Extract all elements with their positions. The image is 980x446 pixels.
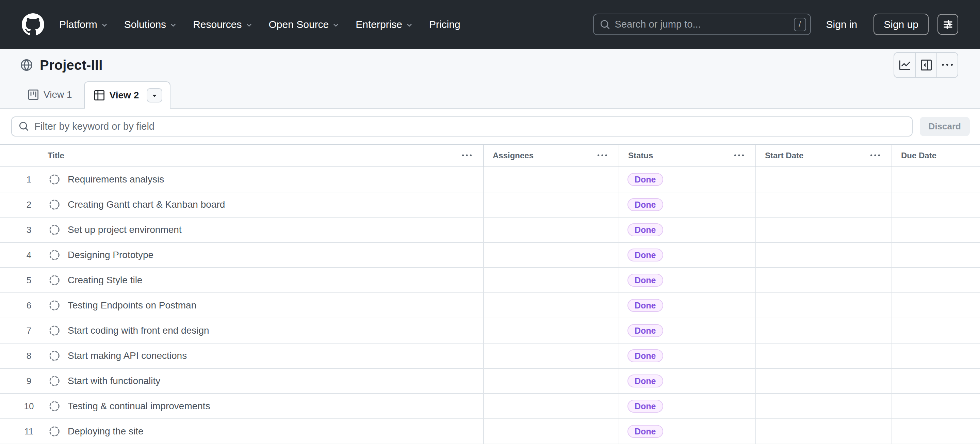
cell-due-date[interactable] xyxy=(892,218,980,242)
cell-assignees[interactable] xyxy=(484,344,619,368)
status-badge[interactable]: Done xyxy=(627,324,663,337)
discard-button[interactable]: Discard xyxy=(920,117,970,136)
cell-assignees[interactable] xyxy=(484,167,619,192)
insights-button[interactable] xyxy=(894,53,915,77)
cell-due-date[interactable] xyxy=(892,419,980,444)
cell-status[interactable]: Done xyxy=(619,419,756,444)
filter-input-wrapper[interactable] xyxy=(11,116,913,137)
status-badge[interactable]: Done xyxy=(627,248,663,261)
status-badge[interactable]: Done xyxy=(627,223,663,236)
cell-title[interactable]: 7 Start coding with front end design xyxy=(0,319,484,343)
cell-due-date[interactable] xyxy=(892,293,980,318)
column-header-title[interactable]: Title xyxy=(0,145,484,166)
nav-item-enterprise[interactable]: Enterprise xyxy=(356,19,413,30)
cell-status[interactable]: Done xyxy=(619,192,756,217)
status-badge[interactable]: Done xyxy=(627,198,663,211)
status-badge[interactable]: Done xyxy=(627,274,663,287)
cell-start-date[interactable] xyxy=(756,293,892,318)
item-title[interactable]: Start with functionality xyxy=(68,376,160,386)
nav-item-resources[interactable]: Resources xyxy=(193,19,253,30)
item-title[interactable]: Start coding with front end design xyxy=(68,325,209,336)
cell-assignees[interactable] xyxy=(484,268,619,293)
column-menu-icon[interactable] xyxy=(870,151,880,160)
item-title[interactable]: Testing Endpoints on Postman xyxy=(68,300,196,311)
github-logo-icon[interactable] xyxy=(22,13,44,36)
cell-title[interactable]: 5 Creating Style tile xyxy=(0,268,484,293)
tab-view-1[interactable]: View 1 xyxy=(19,81,81,108)
open-side-panel-button[interactable] xyxy=(915,53,937,77)
cell-start-date[interactable] xyxy=(756,243,892,267)
cell-start-date[interactable] xyxy=(756,192,892,217)
cell-start-date[interactable] xyxy=(756,319,892,343)
cell-due-date[interactable] xyxy=(892,167,980,192)
cell-assignees[interactable] xyxy=(484,394,619,419)
cell-start-date[interactable] xyxy=(756,394,892,419)
cell-assignees[interactable] xyxy=(484,293,619,318)
nav-item-platform[interactable]: Platform xyxy=(59,19,108,30)
nav-item-pricing[interactable]: Pricing xyxy=(429,19,460,30)
cell-assignees[interactable] xyxy=(484,192,619,217)
column-header-status[interactable]: Status xyxy=(619,145,756,166)
cell-assignees[interactable] xyxy=(484,218,619,242)
cell-title[interactable]: 11 Deploying the site xyxy=(0,419,484,444)
cell-status[interactable]: Done xyxy=(619,293,756,318)
status-badge[interactable]: Done xyxy=(627,173,663,186)
global-search-input[interactable]: Search or jump to... / xyxy=(593,14,811,35)
column-menu-icon[interactable] xyxy=(462,151,472,160)
nav-item-solutions[interactable]: Solutions xyxy=(124,19,177,30)
cell-assignees[interactable] xyxy=(484,243,619,267)
cell-status[interactable]: Done xyxy=(619,344,756,368)
appearance-settings-button[interactable] xyxy=(937,14,958,35)
cell-title[interactable]: 4 Designing Prototype xyxy=(0,243,484,267)
nav-item-open-source[interactable]: Open Source xyxy=(269,19,340,30)
cell-title[interactable]: 1 Requirements analysis xyxy=(0,167,484,192)
column-header-due-date[interactable]: Due Date xyxy=(892,145,980,166)
status-badge[interactable]: Done xyxy=(627,299,663,312)
status-badge[interactable]: Done xyxy=(627,374,663,387)
cell-title[interactable]: 10 Testing & continual improvements xyxy=(0,394,484,419)
view-options-button[interactable] xyxy=(147,88,162,102)
cell-assignees[interactable] xyxy=(484,319,619,343)
column-menu-icon[interactable] xyxy=(734,151,744,160)
cell-status[interactable]: Done xyxy=(619,394,756,419)
cell-title[interactable]: 9 Start with functionality xyxy=(0,369,484,393)
cell-due-date[interactable] xyxy=(892,394,980,419)
filter-input[interactable] xyxy=(34,121,905,132)
project-menu-button[interactable] xyxy=(937,53,958,77)
cell-status[interactable]: Done xyxy=(619,268,756,293)
item-title[interactable]: Designing Prototype xyxy=(68,250,153,260)
cell-status[interactable]: Done xyxy=(619,218,756,242)
cell-title[interactable]: 3 Set up project environment xyxy=(0,218,484,242)
item-title[interactable]: Creating Gantt chart & Kanban board xyxy=(68,199,225,210)
cell-start-date[interactable] xyxy=(756,419,892,444)
item-title[interactable]: Deploying the site xyxy=(68,426,143,437)
cell-status[interactable]: Done xyxy=(619,167,756,192)
sign-up-button[interactable]: Sign up xyxy=(873,14,929,35)
column-menu-icon[interactable] xyxy=(598,151,607,160)
status-badge[interactable]: Done xyxy=(627,349,663,362)
cell-status[interactable]: Done xyxy=(619,243,756,267)
item-title[interactable]: Set up project environment xyxy=(68,225,182,235)
sign-in-link[interactable]: Sign in xyxy=(826,19,858,30)
status-badge[interactable]: Done xyxy=(627,400,663,413)
cell-due-date[interactable] xyxy=(892,319,980,343)
cell-start-date[interactable] xyxy=(756,369,892,393)
item-title[interactable]: Requirements analysis xyxy=(68,174,164,185)
cell-due-date[interactable] xyxy=(892,268,980,293)
cell-start-date[interactable] xyxy=(756,344,892,368)
cell-status[interactable]: Done xyxy=(619,319,756,343)
status-badge[interactable]: Done xyxy=(627,425,663,438)
item-title[interactable]: Creating Style tile xyxy=(68,275,142,286)
column-header-start-date[interactable]: Start Date xyxy=(756,145,892,166)
item-title[interactable]: Testing & continual improvements xyxy=(68,401,210,412)
cell-start-date[interactable] xyxy=(756,218,892,242)
column-header-assignees[interactable]: Assignees xyxy=(484,145,619,166)
cell-assignees[interactable] xyxy=(484,369,619,393)
item-title[interactable]: Start making API conections xyxy=(68,350,187,361)
cell-start-date[interactable] xyxy=(756,167,892,192)
cell-due-date[interactable] xyxy=(892,369,980,393)
cell-status[interactable]: Done xyxy=(619,369,756,393)
cell-due-date[interactable] xyxy=(892,344,980,368)
cell-due-date[interactable] xyxy=(892,243,980,267)
cell-title[interactable]: 6 Testing Endpoints on Postman xyxy=(0,293,484,318)
